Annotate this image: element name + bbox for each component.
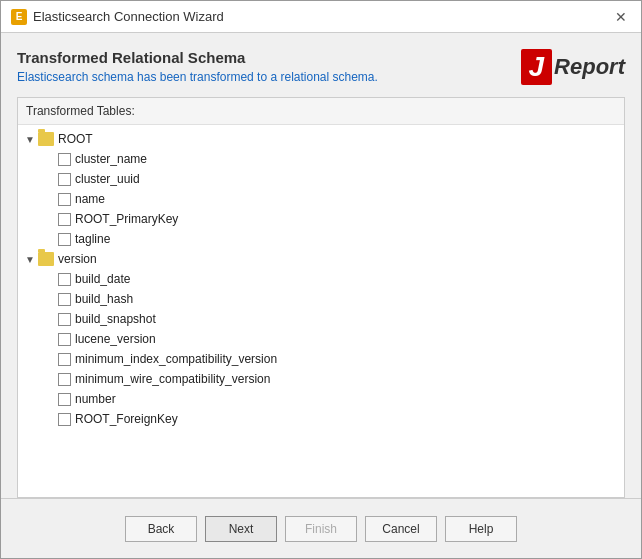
label-build-hash: build_hash: [75, 292, 133, 306]
title-bar-left: E Elasticsearch Connection Wizard: [11, 9, 224, 25]
folder-icon-version: [38, 252, 54, 266]
back-button[interactable]: Back: [125, 516, 197, 542]
label-min-index-compat: minimum_index_compatibility_version: [75, 352, 277, 366]
checkbox-cluster-uuid[interactable]: [58, 173, 71, 186]
folder-icon-root: [38, 132, 54, 146]
tree-item-cluster-uuid[interactable]: cluster_uuid: [18, 169, 624, 189]
folder-label-version: version: [58, 252, 97, 266]
toggle-spacer-7: [42, 291, 58, 307]
label-cluster-name: cluster_name: [75, 152, 147, 166]
label-number: number: [75, 392, 116, 406]
tree-container: ▼ ROOT cluster_name cluster_uui: [18, 125, 624, 433]
toggle-spacer-6: [42, 271, 58, 287]
toggle-spacer-2: [42, 171, 58, 187]
title-bar: E Elasticsearch Connection Wizard ✕: [1, 1, 641, 33]
header-text: Transformed Relational Schema Elasticsea…: [17, 49, 521, 84]
checkbox-build-snapshot[interactable]: [58, 313, 71, 326]
jreport-logo: J Report: [521, 49, 625, 85]
logo-container: J Report: [521, 49, 625, 85]
main-window: E Elasticsearch Connection Wizard ✕ Tran…: [0, 0, 642, 559]
label-name: name: [75, 192, 105, 206]
toggle-spacer-8: [42, 311, 58, 327]
footer: Back Next Finish Cancel Help: [1, 498, 641, 558]
checkbox-root-foreignkey[interactable]: [58, 413, 71, 426]
tree-item-build-date[interactable]: build_date: [18, 269, 624, 289]
tree-item-lucene-version[interactable]: lucene_version: [18, 329, 624, 349]
header-section: Transformed Relational Schema Elasticsea…: [17, 49, 625, 85]
toggle-spacer-4: [42, 211, 58, 227]
page-subtitle: Elasticsearch schema has been transforme…: [17, 70, 521, 84]
toggle-spacer-11: [42, 371, 58, 387]
checkbox-root-primarykey[interactable]: [58, 213, 71, 226]
tree-item-build-snapshot[interactable]: build_snapshot: [18, 309, 624, 329]
panel-header: Transformed Tables:: [18, 98, 624, 125]
tree-item-number[interactable]: number: [18, 389, 624, 409]
toggle-icon-root: ▼: [22, 131, 38, 147]
label-root-primarykey: ROOT_PrimaryKey: [75, 212, 178, 226]
tree-item-cluster-name[interactable]: cluster_name: [18, 149, 624, 169]
checkbox-build-hash[interactable]: [58, 293, 71, 306]
checkbox-number[interactable]: [58, 393, 71, 406]
cancel-button[interactable]: Cancel: [365, 516, 437, 542]
logo-j-letter: J: [521, 49, 553, 85]
label-root-foreignkey: ROOT_ForeignKey: [75, 412, 178, 426]
tree-item-tagline[interactable]: tagline: [18, 229, 624, 249]
checkbox-tagline[interactable]: [58, 233, 71, 246]
tree-item-root-foreignkey[interactable]: ROOT_ForeignKey: [18, 409, 624, 429]
toggle-spacer-1: [42, 151, 58, 167]
tree-item-min-index-compat[interactable]: minimum_index_compatibility_version: [18, 349, 624, 369]
checkbox-cluster-name[interactable]: [58, 153, 71, 166]
toggle-spacer-3: [42, 191, 58, 207]
label-build-date: build_date: [75, 272, 130, 286]
label-cluster-uuid: cluster_uuid: [75, 172, 140, 186]
checkbox-min-wire-compat[interactable]: [58, 373, 71, 386]
transformed-tables-panel: Transformed Tables: ▼ ROOT cluster_name: [17, 97, 625, 498]
label-build-snapshot: build_snapshot: [75, 312, 156, 326]
label-lucene-version: lucene_version: [75, 332, 156, 346]
checkbox-lucene-version[interactable]: [58, 333, 71, 346]
panel-body[interactable]: ▼ ROOT cluster_name cluster_uui: [18, 125, 624, 497]
toggle-spacer-12: [42, 391, 58, 407]
label-min-wire-compat: minimum_wire_compatibility_version: [75, 372, 270, 386]
logo-report-text: Report: [554, 54, 625, 80]
tree-folder-version[interactable]: ▼ version: [18, 249, 624, 269]
checkbox-min-index-compat[interactable]: [58, 353, 71, 366]
toggle-spacer-5: [42, 231, 58, 247]
label-tagline: tagline: [75, 232, 110, 246]
toggle-spacer-13: [42, 411, 58, 427]
content-area: Transformed Relational Schema Elasticsea…: [1, 33, 641, 498]
toggle-spacer-10: [42, 351, 58, 367]
tree-folder-root[interactable]: ▼ ROOT: [18, 129, 624, 149]
page-title: Transformed Relational Schema: [17, 49, 521, 66]
tree-item-min-wire-compat[interactable]: minimum_wire_compatibility_version: [18, 369, 624, 389]
checkbox-build-date[interactable]: [58, 273, 71, 286]
tree-item-build-hash[interactable]: build_hash: [18, 289, 624, 309]
close-button[interactable]: ✕: [611, 7, 631, 27]
finish-button[interactable]: Finish: [285, 516, 357, 542]
app-icon: E: [11, 9, 27, 25]
window-title: Elasticsearch Connection Wizard: [33, 9, 224, 24]
folder-label-root: ROOT: [58, 132, 93, 146]
checkbox-name[interactable]: [58, 193, 71, 206]
tree-item-root-primarykey[interactable]: ROOT_PrimaryKey: [18, 209, 624, 229]
help-button[interactable]: Help: [445, 516, 517, 542]
tree-item-name[interactable]: name: [18, 189, 624, 209]
next-button[interactable]: Next: [205, 516, 277, 542]
toggle-spacer-9: [42, 331, 58, 347]
toggle-icon-version: ▼: [22, 251, 38, 267]
